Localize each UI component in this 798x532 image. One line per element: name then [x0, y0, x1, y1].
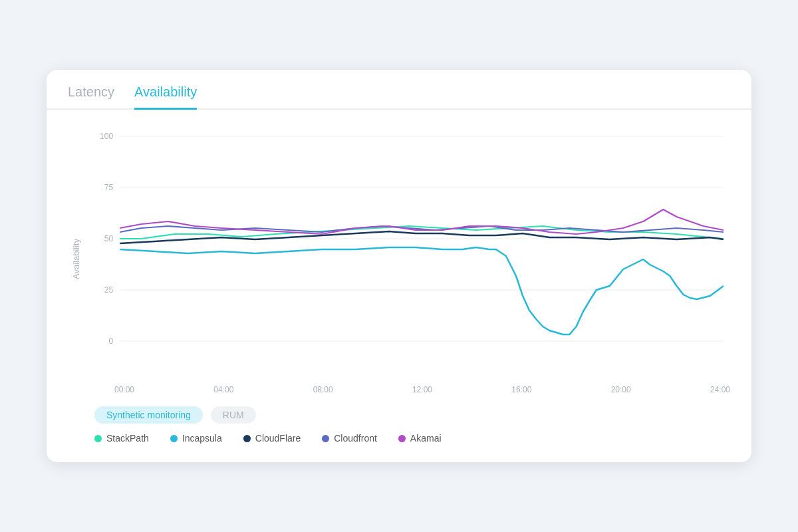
legend-item-cloudflare: CloudFlare: [236, 450, 295, 460]
svg-text:0: 0: [108, 376, 114, 386]
x-label-1: 04:00: [185, 401, 207, 411]
stackpath-label: StackPath: [98, 450, 140, 460]
badge-rum[interactable]: RUM: [201, 424, 246, 440]
x-label-6: 24:00: [712, 401, 734, 411]
cloudfront-label: Cloudfront: [329, 450, 372, 460]
x-label-4: 16:00: [501, 401, 523, 411]
cloudflare-label: CloudFlare: [249, 450, 295, 460]
x-label-3: 12:00: [396, 401, 418, 411]
legend-item-stackpath: StackPath: [84, 450, 140, 460]
stackpath-dot: [84, 451, 93, 460]
chart-area: Availability: [64, 115, 734, 460]
chart-svg-wrap: 100 75 50 25 0: [79, 115, 734, 397]
x-axis-labels: 00:00 04:00 08:00 12:00 16:00 20:00 24:0…: [79, 397, 734, 411]
main-card: Latency Availability Availability: [40, 53, 758, 479]
legend-item-akamai: Akamai: [394, 450, 438, 460]
akamai-dot: [394, 451, 402, 460]
tab-latency[interactable]: Latency: [64, 74, 110, 100]
legend-item-incapsula: Incapsula: [162, 450, 215, 460]
legend-item-cloudfront: Cloudfront: [316, 450, 372, 460]
chart-inner: 100 75 50 25 0: [79, 115, 734, 460]
x-label-2: 08:00: [290, 401, 312, 411]
x-label-0: 00:00: [79, 401, 101, 411]
cloudflare-dot: [236, 451, 245, 460]
svg-text:50: 50: [104, 250, 114, 260]
y-axis-label: Availability: [64, 115, 74, 460]
legend-row: Synthetic monitoring RUM StackPath Incap…: [79, 424, 734, 460]
chart-svg: 100 75 50 25 0: [79, 115, 734, 394]
incapsula-label: Incapsula: [175, 450, 215, 460]
svg-text:100: 100: [98, 124, 113, 134]
incapsula-dot: [162, 451, 170, 460]
legend-badges: Synthetic monitoring RUM: [84, 424, 734, 440]
legend-items: StackPath Incapsula CloudFlare Cloudfron…: [84, 450, 734, 460]
tab-availability[interactable]: Availability: [132, 74, 194, 100]
badge-synthetic[interactable]: Synthetic monitoring: [84, 424, 193, 440]
cloudfront-dot: [316, 451, 325, 460]
svg-text:75: 75: [104, 187, 114, 197]
svg-text:25: 25: [104, 313, 114, 323]
akamai-label: Akamai: [407, 450, 438, 460]
x-label-5: 20:00: [607, 401, 629, 411]
tab-bar: Latency Availability: [64, 74, 734, 100]
